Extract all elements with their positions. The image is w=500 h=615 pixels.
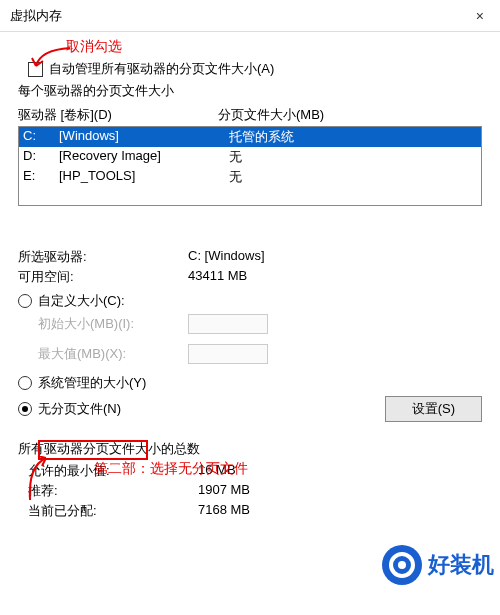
close-icon[interactable]: × — [470, 8, 490, 24]
watermark-text: 好装机 — [428, 550, 494, 580]
window-title: 虚拟内存 — [10, 7, 470, 25]
callout-select-nopage: 第二部：选择无分页文件 — [94, 460, 248, 478]
drive-listbox[interactable]: C: [Windows] 托管的系统 D: [Recovery Image] 无… — [18, 126, 482, 206]
column-drive: 驱动器 [卷标](D) — [18, 106, 218, 124]
selected-drive-label: 所选驱动器: — [18, 248, 188, 266]
table-row[interactable]: E: [HP_TOOLS] 无 — [19, 167, 481, 187]
max-size-label: 最大值(MB)(X): — [38, 345, 188, 363]
system-managed-label: 系统管理的大小(Y) — [38, 374, 146, 392]
watermark: 好装机 — [382, 545, 494, 585]
system-managed-radio[interactable] — [18, 376, 32, 390]
custom-size-radio[interactable] — [18, 294, 32, 308]
set-button[interactable]: 设置(S) — [385, 396, 482, 422]
free-space-value: 43411 MB — [188, 268, 482, 286]
auto-manage-label: 自动管理所有驱动器的分页文件大小(A) — [49, 60, 274, 78]
initial-size-input — [188, 314, 268, 334]
recommended-label: 推荐: — [28, 482, 198, 500]
table-row[interactable]: C: [Windows] 托管的系统 — [19, 127, 481, 147]
table-row[interactable]: D: [Recovery Image] 无 — [19, 147, 481, 167]
max-size-input — [188, 344, 268, 364]
highlight-box — [38, 440, 148, 460]
no-paging-file-radio[interactable] — [18, 402, 32, 416]
initial-size-label: 初始大小(MB)(I): — [38, 315, 188, 333]
current-allocated-value: 7168 MB — [198, 502, 482, 520]
recommended-value: 1907 MB — [198, 482, 482, 500]
logo-icon — [382, 545, 422, 585]
free-space-label: 可用空间: — [18, 268, 188, 286]
current-allocated-label: 当前已分配: — [28, 502, 198, 520]
auto-manage-checkbox[interactable] — [28, 62, 43, 77]
column-size: 分页文件大小(MB) — [218, 106, 482, 124]
no-paging-file-label: 无分页文件(N) — [38, 400, 121, 418]
selected-drive-value: C: [Windows] — [188, 248, 482, 266]
group-legend: 每个驱动器的分页文件大小 — [18, 82, 482, 100]
callout-uncheck: 取消勾选 — [66, 38, 122, 56]
custom-size-label: 自定义大小(C): — [38, 292, 125, 310]
